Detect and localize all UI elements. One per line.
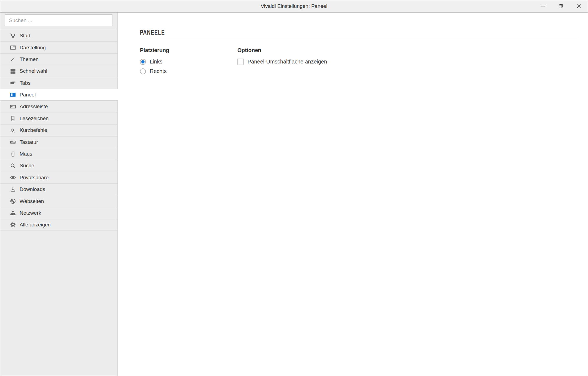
maximize-button[interactable] [552,0,570,12]
page-title: PANEELE [140,29,165,36]
sidebar-item-label: Darstellung [20,45,46,51]
sidebar-item-themen[interactable]: Themen [0,53,117,65]
restore-icon [558,4,563,9]
checkbox-panel-toggle[interactable] [237,59,244,65]
placement-group-title: Platzierung [140,47,237,53]
settings-content: PANEELE Platzierung Links Rechts Op [118,13,588,376]
options-group: Optionen Paneel-Umschaltfläche anzeigen [237,47,579,74]
sidebar-item-paneel[interactable]: Paneel [0,89,118,101]
sidebar-item-darstellung[interactable]: Darstellung [0,41,117,53]
sidebar-item-alle-anzeigen[interactable]: Alle anzeigen [0,219,117,231]
section-divider [140,39,579,39]
keyboard-icon [10,139,16,145]
brush-icon [10,56,16,63]
sidebar-item-downloads[interactable]: Downloads [0,183,117,195]
vivaldi-logo-icon [10,32,16,39]
radio-links-label: Links [150,59,163,65]
minimize-button[interactable] [534,0,552,12]
mouse-icon [10,151,16,157]
globe-icon [10,198,16,205]
gear-icon [10,222,16,228]
tabs-icon [10,80,16,86]
radio-links[interactable] [140,59,146,65]
sidebar-item-tabs[interactable]: Tabs [0,77,117,89]
sidebar-item-label: Netzwerk [20,210,41,216]
sidebar-item-label: Privatsphäre [20,175,49,181]
settings-groups: Platzierung Links Rechts Optionen Paneel… [140,47,579,74]
window-title: Vivaldi Einstellungen: Paneel [261,3,327,9]
sidebar-nav: Start Darstellung [0,30,117,231]
sidebar-item-label: Tastatur [20,139,38,145]
options-group-title: Optionen [237,47,579,53]
quick-commands-icon [10,127,16,134]
search-container [0,13,117,29]
close-icon [577,4,581,8]
placement-group: Platzierung Links Rechts [140,47,237,74]
sidebar-item-tastatur[interactable]: Tastatur [0,136,117,148]
main-area: Start Darstellung [0,13,588,376]
panel-icon [10,92,16,98]
sidebar-item-label: Themen [20,56,39,62]
radio-row-rechts[interactable]: Rechts [140,68,237,74]
checkbox-row-panel-toggle[interactable]: Paneel-Umschaltfläche anzeigen [237,59,579,65]
bookmark-icon [10,115,16,122]
close-button[interactable] [570,0,588,12]
sidebar-item-label: Maus [20,151,32,157]
download-icon [10,186,16,193]
radio-rechts-label: Rechts [150,68,167,74]
window-controls [534,0,588,12]
sidebar-item-maus[interactable]: Maus [0,148,117,160]
eye-icon [10,174,16,181]
sidebar-item-label: Alle anzeigen [20,222,51,228]
sidebar-item-adressleiste[interactable]: Adressleiste [0,101,117,112]
sidebar-item-label: Tabs [20,80,30,86]
radio-rechts[interactable] [140,68,146,74]
sidebar-item-start[interactable]: Start [0,30,117,41]
radio-row-links[interactable]: Links [140,59,237,65]
search-icon [10,162,16,169]
sidebar-item-label: Downloads [20,186,45,192]
titlebar: Vivaldi Einstellungen: Paneel [0,0,588,13]
sidebar-item-label: Suche [20,163,34,169]
settings-sidebar: Start Darstellung [0,13,118,376]
sidebar-item-suche[interactable]: Suche [0,160,117,171]
sidebar-item-label: Kurzbefehle [20,127,47,133]
search-input[interactable] [5,14,112,26]
address-bar-icon [10,103,16,110]
sidebar-item-netzwerk[interactable]: Netzwerk [0,207,117,219]
sidebar-item-webseiten[interactable]: Webseiten [0,195,117,207]
sidebar-item-label: Adressleiste [20,104,48,110]
sidebar-item-label: Webseiten [20,198,44,204]
sidebar-item-kurzbefehle[interactable]: Kurzbefehle [0,124,117,136]
sidebar-item-lesezeichen[interactable]: Lesezeichen [0,113,117,124]
checkbox-panel-toggle-label: Paneel-Umschaltfläche anzeigen [247,59,327,65]
speed-dial-grid-icon [10,68,16,74]
sidebar-item-privatsphaere[interactable]: Privatsphäre [0,172,117,183]
network-icon [10,210,16,216]
settings-window: Vivaldi Einstellungen: Paneel [0,0,588,376]
minimize-icon [541,4,545,8]
sidebar-item-label: Lesezeichen [20,116,49,122]
sidebar-item-schnellwahl[interactable]: Schnellwahl [0,65,117,77]
sidebar-item-label: Schnellwahl [20,68,47,74]
window-appearance-icon [10,44,16,51]
sidebar-item-label: Paneel [20,92,36,98]
sidebar-item-label: Start [20,33,30,39]
